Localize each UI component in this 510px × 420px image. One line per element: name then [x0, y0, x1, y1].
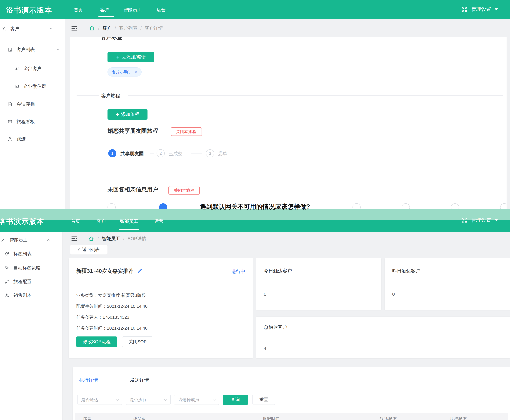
top-nav-customer[interactable]: 客户: [100, 7, 109, 13]
bulb-icon: [4, 265, 9, 270]
chevron-up-icon: [57, 49, 59, 51]
col-remind-time: 提醒时间: [263, 416, 280, 420]
fullscreen-icon[interactable]: [461, 217, 468, 224]
tag-chip[interactable]: 名片小助手 ×: [107, 68, 142, 76]
journey-section-title: 客户旅程: [101, 93, 120, 99]
sidebar-item-journey-config[interactable]: 旅程配置: [4, 278, 31, 285]
plus-icon: +: [116, 54, 120, 60]
stat-card-yesterday: 昨日触达客户 0: [385, 258, 510, 310]
chevron-down-icon: [213, 398, 215, 401]
route-icon: [4, 279, 9, 284]
sop-creator: 任务创建人：17601334323: [76, 314, 129, 320]
collapse-menu-icon[interactable]: [71, 25, 78, 32]
bottom-header: 洛书演示版本 首页 客户 智能员工 运营 管理设置: [0, 209, 510, 232]
top-sidebar: 客户 客户列表 全部客户: [0, 19, 65, 209]
step-circle-2: 2: [157, 149, 165, 158]
sidebar-item-journey-board[interactable]: 旅程看板: [8, 119, 35, 125]
stat-value-today: 0: [264, 292, 266, 297]
bottom-nav-home[interactable]: 首页: [71, 218, 80, 225]
breadcrumb-customer-list[interactable]: 客户列表: [119, 25, 137, 31]
top-header: 洛书演示版本 首页 客户 智能员工 运营 管理设置: [0, 0, 510, 19]
board-icon: [8, 119, 13, 124]
sidebar-group-customer[interactable]: 客户: [1, 26, 60, 32]
person-icon: [14, 66, 19, 71]
tag-icon: [4, 251, 9, 256]
sidebar-group-smart-staff[interactable]: 智能员工: [1, 237, 58, 243]
sidebar-item-auto-tag-strategy[interactable]: 自动标签策略: [4, 265, 41, 271]
edit-pencil-icon[interactable]: [137, 268, 143, 274]
admin-settings-label[interactable]: 管理设置: [471, 6, 491, 13]
executed-select[interactable]: 是否执行: [126, 395, 171, 405]
org-chart-icon: [4, 293, 9, 298]
top-nav-smart-staff[interactable]: 智能员工: [123, 7, 142, 13]
col-member-name: 成员名: [133, 416, 146, 420]
journey1-title: 婚恋共享朋友圈旅程: [107, 127, 158, 135]
reset-button[interactable]: 重置: [252, 395, 275, 405]
execution-detail-card: 执行详情 发送详情 是否送达 是否执行 请选择成员 查询 重置 序号 成员名 提…: [73, 367, 510, 420]
robot-icon: [1, 238, 5, 242]
sidebar-item-wecom-groups[interactable]: 企业微信群: [14, 83, 46, 90]
chevron-down-icon[interactable]: [495, 219, 498, 221]
sop-business-type: 业务类型：女嘉宾推荐 新疆男B阶段: [76, 292, 146, 298]
tab-active-underline: [79, 387, 99, 387]
close-sop-button[interactable]: 关闭SOP: [122, 337, 153, 347]
breadcrumb-customer[interactable]: 客户: [102, 25, 112, 31]
col-index: 序号: [83, 416, 91, 420]
sidebar-item-tag-list[interactable]: 标签列表: [4, 251, 31, 257]
app-logo: 洛书演示版本: [6, 5, 52, 15]
delivered-select[interactable]: 是否送达: [77, 395, 122, 405]
customer-detail-card: 客户标签 + 去添加/编辑 名片小助手 × 客户旅程 + 添加旅程 婚恋共享朋友…: [70, 37, 507, 209]
app-logo: 洛书演示版本: [0, 217, 44, 226]
collapse-menu-icon[interactable]: [71, 235, 78, 242]
divider-right: [128, 95, 503, 96]
person-icon: [1, 26, 6, 31]
chevron-up-icon: [47, 239, 50, 242]
tab-send-detail[interactable]: 发送详情: [130, 377, 149, 383]
step-circle-1: 1: [108, 149, 116, 158]
tab-execution-detail[interactable]: 执行详情: [79, 377, 98, 383]
sidebar-item-sales-script[interactable]: 销售剧本: [4, 292, 31, 299]
fullscreen-icon[interactable]: [461, 6, 468, 13]
add-journey-button[interactable]: + 添加旅程: [107, 109, 147, 120]
stat-card-today: 今日触达客户 0: [256, 258, 381, 310]
step-label-2: 已成交: [168, 150, 183, 157]
bottom-nav-customer[interactable]: 客户: [97, 218, 106, 225]
bottom-nav-operations[interactable]: 运营: [154, 218, 163, 225]
stat-value-yesterday: 0: [392, 292, 395, 297]
close-journey2-button[interactable]: 关闭本旅程: [168, 186, 200, 195]
list-icon: [8, 47, 13, 52]
home-icon[interactable]: [89, 25, 95, 31]
top-nav-home[interactable]: 首页: [74, 7, 83, 13]
video-caption: 遇到默认网关不可用的情况应该怎样做?: [0, 202, 510, 211]
step-label-1: 共享朋友圈: [120, 150, 144, 157]
sidebar-item-session-archive[interactable]: 会话存档: [8, 101, 35, 107]
sop-detail-card: 新疆31~40岁女嘉宾推荐 进行中 业务类型：女嘉宾推荐 新疆男B阶段 配置生效…: [69, 258, 253, 358]
chevron-down-icon[interactable]: [495, 8, 498, 10]
close-journey1-button[interactable]: 关闭本旅程: [171, 128, 202, 136]
sidebar-item-customer-list[interactable]: 客户列表: [8, 46, 61, 53]
sidebar-item-follow-up[interactable]: 跟进: [8, 136, 26, 142]
top-nav-operations[interactable]: 运营: [157, 7, 166, 13]
sop-title: 新疆31~40岁女嘉宾推荐: [76, 267, 134, 275]
bottom-sidebar: 智能员工 标签列表 自动标签策略: [0, 232, 62, 420]
back-to-list-button[interactable]: 返回列表: [70, 245, 107, 255]
bottom-nav-smart-staff[interactable]: 智能员工: [120, 218, 138, 225]
screenshot-stage: 洛书演示版本 首页 客户 智能员工 运营 管理设置 客户: [0, 0, 510, 420]
chevron-up-icon: [50, 28, 53, 30]
chevron-down-icon: [164, 398, 167, 401]
home-icon[interactable]: [88, 236, 94, 242]
breadcrumb-smart-staff[interactable]: 智能员工: [102, 236, 120, 242]
add-edit-tags-button[interactable]: + 去添加/编辑: [107, 52, 154, 62]
close-icon[interactable]: ×: [135, 69, 137, 75]
member-select[interactable]: 请选择成员: [174, 395, 219, 405]
breadcrumb-sop-detail: SOP详情: [128, 236, 146, 242]
sop-status-badge: 进行中: [231, 268, 245, 275]
col-delivery-status: 送达状态: [380, 416, 397, 420]
modify-sop-button[interactable]: 修改SOP流程: [76, 337, 117, 347]
admin-settings-label[interactable]: 管理设置: [471, 217, 491, 224]
query-button[interactable]: 查询: [223, 395, 248, 405]
sidebar-item-all-customers[interactable]: 全部客户: [14, 66, 42, 72]
document-icon: [8, 102, 13, 107]
breadcrumb-customer-detail: 客户详情: [145, 25, 163, 31]
sop-create-time: 任务创建时间：2021-12-24 10:14:40: [76, 325, 147, 331]
